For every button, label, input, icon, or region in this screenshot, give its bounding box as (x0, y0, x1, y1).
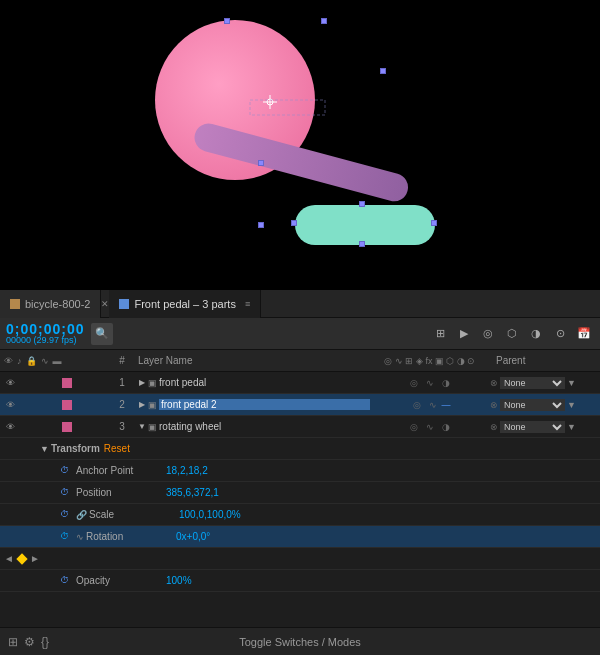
solo-icon[interactable]: ⊙ (550, 324, 570, 344)
layer-2-name-area: ▶ ▣ front pedal 2 (134, 399, 370, 411)
layer-2-parent-link[interactable]: ⊗ (490, 400, 498, 410)
layer-1-parent: ⊗ None ▼ (490, 377, 600, 389)
timeline-toolbar: 0;00;00;00 00000 (29.97 fps) 🔍 ⊞ ▶ ◎ ⬡ ◑… (0, 318, 600, 350)
anchor-point-marker (263, 95, 275, 107)
teal-handle-r (431, 220, 437, 226)
position-value[interactable]: 385,6,372,1 (166, 487, 219, 498)
layer-2-eye[interactable]: 👁 (4, 399, 16, 411)
layer-3-color (62, 422, 72, 432)
prop-row-opacity: ⏱ Opacity 100% (0, 570, 600, 592)
layer-3-expand[interactable]: ▼ (136, 421, 148, 433)
layer-1-parent-select[interactable]: None (500, 377, 565, 389)
layer-2-name: front pedal 2 (159, 399, 370, 410)
layer-1-parent-link[interactable]: ⊗ (490, 378, 498, 388)
opacity-name: Opacity (76, 575, 166, 586)
column-headers: 👁 ♪ 🔒 ∿ ▬ # Layer Name ◎ ∿ ⊞ ◈ fx ▣ ⬡ ◑ … (0, 350, 600, 372)
toolbar-left: 0;00;00;00 00000 (29.97 fps) 🔍 (6, 322, 113, 345)
layer-3-sw2[interactable]: ∿ (423, 420, 437, 434)
hdr-audio-icon: ♪ (17, 356, 22, 366)
layer-3-sw3[interactable]: ◑ (439, 420, 453, 434)
tab-frontpedal[interactable]: Front pedal – 3 parts ≡ (109, 290, 261, 318)
tab-bicycle-close[interactable]: ✕ (101, 299, 109, 309)
toggle-icon[interactable]: ◑ (526, 324, 546, 344)
toolbar-right: ⊞ ▶ ◎ ⬡ ◑ ⊙ 📅 (430, 324, 594, 344)
layer-3-icons: 👁 (0, 421, 110, 433)
search-button[interactable]: 🔍 (91, 323, 113, 345)
teal-handle-l (291, 220, 297, 226)
tab-menu-icon[interactable]: ≡ (245, 299, 250, 309)
settings-icon[interactable]: ⚙ (24, 635, 35, 649)
hdr-shy-icon: ∿ (41, 356, 49, 366)
layer-1-switches: ◎ ∿ ◑ (370, 376, 490, 390)
tab-frontpedal-label: Front pedal – 3 parts (134, 298, 236, 310)
new-comp-icon[interactable]: ⊞ (8, 635, 18, 649)
handle-ml (258, 160, 264, 166)
layer-row-2[interactable]: 👁 2 ▶ ▣ front pedal 2 ◎ ∿ — ⊗ None (0, 394, 600, 416)
layer-1-color (62, 378, 72, 388)
layer-3-parent-select[interactable]: None (500, 421, 565, 433)
rotation-stopwatch[interactable]: ⏱ (60, 531, 72, 543)
prop-row-position: ⏱ Position 385,6,372,1 (0, 482, 600, 504)
layer-1-expand[interactable]: ▶ (136, 377, 148, 389)
tab-bicycle-icon (10, 299, 20, 309)
scale-name: Scale (89, 509, 179, 520)
transform-reset[interactable]: Reset (104, 443, 130, 454)
timeline-panel: bicycle-800-2 ✕ Front pedal – 3 parts ≡ … (0, 290, 600, 655)
next-keyframe-btn[interactable]: ► (30, 553, 40, 564)
anchor-name: Anchor Point (76, 465, 166, 476)
preview-icon[interactable]: ◎ (478, 324, 498, 344)
layer-1-sw2[interactable]: ∿ (423, 376, 437, 390)
teal-handle-t (359, 201, 365, 207)
prop-row-scale: ⏱ 🔗 Scale 100,0,100,0% (0, 504, 600, 526)
add-keyframe-btn[interactable] (16, 553, 27, 564)
scale-stopwatch[interactable]: ⏱ (60, 509, 72, 521)
rotation-value[interactable]: 0x+0,0° (176, 531, 210, 542)
render-icon[interactable]: ⬡ (502, 324, 522, 344)
col-layername-header: Layer Name (134, 355, 370, 366)
layer-row-1[interactable]: 👁 1 ▶ ▣ front pedal ◎ ∿ ◑ ⊗ None (0, 372, 600, 394)
scale-link-icon[interactable]: 🔗 (76, 510, 87, 520)
layer-3-parent-arrow: ▼ (567, 422, 576, 432)
teal-pill (295, 205, 435, 245)
layer-3-switches: ◎ ∿ ◑ (370, 420, 490, 434)
anchor-stopwatch[interactable]: ⏱ (60, 465, 72, 477)
handle-tl (224, 18, 230, 24)
layer-2-color (62, 400, 72, 410)
layer-2-sw3[interactable]: — (442, 400, 451, 410)
bottom-bar: ⊞ ⚙ {} Toggle Switches / Modes (0, 627, 600, 655)
layer-1-sw1[interactable]: ◎ (407, 376, 421, 390)
markers-icon[interactable]: 📅 (574, 324, 594, 344)
layer-2-expand[interactable]: ▶ (136, 399, 148, 411)
layer-1-parent-arrow: ▼ (567, 378, 576, 388)
scale-value[interactable]: 100,0,100,0% (179, 509, 241, 520)
layer-2-icons: 👁 (0, 399, 110, 411)
opacity-value[interactable]: 100% (166, 575, 192, 586)
hdr-eye-icon: 👁 (4, 356, 13, 366)
layer-2-parent-select[interactable]: None (500, 399, 565, 411)
position-stopwatch[interactable]: ⏱ (60, 487, 72, 499)
layer-3-eye[interactable]: 👁 (4, 421, 16, 433)
layer-2-sw1[interactable]: ◎ (410, 398, 424, 412)
layer-1-sw3[interactable]: ◑ (439, 376, 453, 390)
expressions-icon[interactable]: {} (41, 635, 49, 649)
layer-1-eye[interactable]: 👁 (4, 377, 16, 389)
layer-3-parent: ⊗ None ▼ (490, 421, 600, 433)
layer-2-sw2[interactable]: ∿ (426, 398, 440, 412)
layer-row-3[interactable]: 👁 3 ▼ ▣ rotating wheel ◎ ∿ ◑ ⊗ None (0, 416, 600, 438)
toggle-switches-label[interactable]: Toggle Switches / Modes (239, 636, 361, 648)
layer-3-sw1[interactable]: ◎ (407, 420, 421, 434)
tab-bicycle[interactable]: bicycle-800-2 (0, 290, 101, 318)
handle-tr (321, 18, 327, 24)
tab-bicycle-label: bicycle-800-2 (25, 298, 90, 310)
timecode-display[interactable]: 0;00;00;00 (6, 322, 85, 336)
handle-bl (258, 222, 264, 228)
opacity-stopwatch[interactable]: ⏱ (60, 575, 72, 587)
comp-settings-icon[interactable]: ⊞ (430, 324, 450, 344)
prev-keyframe-btn[interactable]: ◄ (4, 553, 14, 564)
transform-expand[interactable]: ▼ (40, 444, 49, 454)
tab-frontpedal-icon (119, 299, 129, 309)
anchor-value[interactable]: 18,2,18,2 (166, 465, 208, 476)
keyframe-nav-row: ◄ ► (0, 548, 600, 570)
layer-3-parent-link[interactable]: ⊗ (490, 422, 498, 432)
playback-icon[interactable]: ▶ (454, 324, 474, 344)
